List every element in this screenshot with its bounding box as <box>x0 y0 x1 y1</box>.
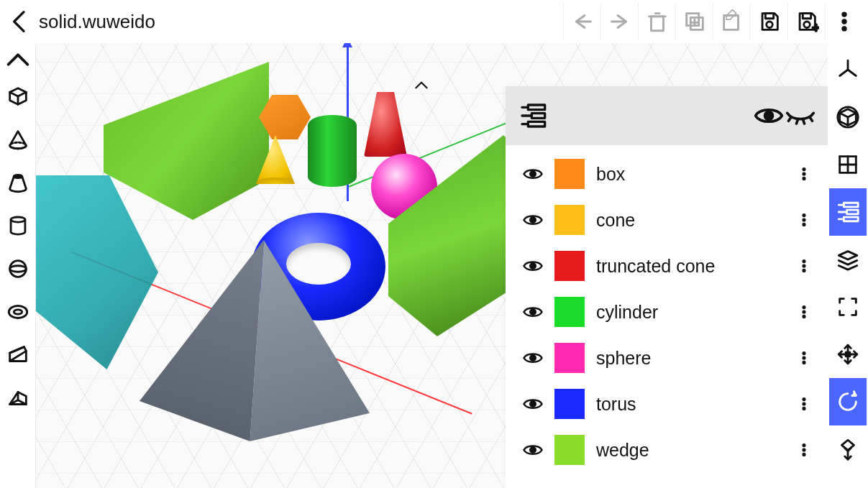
layer-row[interactable]: sphere <box>506 335 828 381</box>
layer-label: truncated cone <box>596 256 793 277</box>
svg-line-35 <box>803 120 805 124</box>
layer-row[interactable]: torus <box>506 381 828 427</box>
svg-rect-10 <box>765 14 773 19</box>
svg-point-25 <box>14 310 22 314</box>
svg-point-55 <box>803 356 805 359</box>
overflow-menu-button[interactable] <box>825 3 862 40</box>
prism-tool[interactable] <box>1 377 35 420</box>
svg-point-61 <box>530 447 536 453</box>
svg-point-57 <box>530 401 536 407</box>
axes-tool[interactable] <box>829 46 867 93</box>
layer-more-button[interactable] <box>793 166 815 182</box>
layer-visibility-toggle[interactable] <box>518 393 547 415</box>
truncated-cone-tool[interactable] <box>1 161 35 204</box>
rotate-tool[interactable] <box>829 378 867 425</box>
svg-rect-5 <box>690 17 703 29</box>
svg-point-63 <box>803 448 805 451</box>
layer-more-button[interactable] <box>793 212 815 228</box>
layer-label: cone <box>596 210 793 231</box>
hide-all-button[interactable] <box>785 100 816 132</box>
cube-tool[interactable] <box>1 75 35 118</box>
layer-row[interactable]: box <box>506 151 828 197</box>
svg-point-62 <box>803 444 805 446</box>
svg-point-19 <box>9 142 26 149</box>
pyramid-shape[interactable] <box>140 240 370 441</box>
delete-button[interactable] <box>638 3 675 40</box>
truncated-cone-shape[interactable] <box>364 92 407 157</box>
svg-point-37 <box>530 171 536 177</box>
svg-line-36 <box>810 117 813 121</box>
layer-visibility-toggle[interactable] <box>518 439 547 461</box>
layer-color-swatch <box>554 159 585 189</box>
svg-point-32 <box>765 112 773 120</box>
save-button[interactable] <box>750 3 787 40</box>
layer-color-swatch <box>554 435 585 465</box>
grid-tool[interactable] <box>829 141 867 188</box>
layer-color-swatch <box>554 343 585 373</box>
layer-label: sphere <box>596 348 793 369</box>
undo-button[interactable] <box>563 3 600 40</box>
svg-point-58 <box>803 398 805 400</box>
save-as-button[interactable] <box>787 3 825 40</box>
layer-row[interactable]: wedge <box>506 427 828 473</box>
svg-point-64 <box>803 454 805 456</box>
edit-button[interactable] <box>713 3 750 40</box>
svg-point-59 <box>803 402 805 405</box>
svg-point-38 <box>803 168 805 170</box>
cylinder-shape[interactable] <box>308 115 357 187</box>
left-toolbar <box>0 43 36 488</box>
wedge-tool[interactable] <box>1 333 35 377</box>
layer-more-button[interactable] <box>793 304 815 320</box>
svg-line-33 <box>789 117 792 121</box>
layer-row[interactable]: cylinder <box>506 289 828 335</box>
svg-point-42 <box>803 214 805 216</box>
svg-point-46 <box>803 260 805 262</box>
layer-more-button[interactable] <box>793 350 815 366</box>
layer-row[interactable]: cone <box>506 197 828 243</box>
redo-button[interactable] <box>600 3 638 40</box>
torus-tool[interactable] <box>1 290 35 333</box>
svg-point-13 <box>803 22 810 28</box>
layer-more-button[interactable] <box>793 442 815 458</box>
stack-tool[interactable] <box>829 236 867 283</box>
svg-point-56 <box>803 362 805 364</box>
svg-point-41 <box>530 217 536 223</box>
svg-line-66 <box>840 70 848 76</box>
layer-visibility-toggle[interactable] <box>518 163 547 185</box>
show-all-button[interactable] <box>753 100 785 132</box>
svg-rect-31 <box>528 121 544 126</box>
collapse-left-toolbar-button[interactable] <box>1 46 35 75</box>
layer-label: box <box>596 164 793 185</box>
layers-panel-header <box>506 86 828 145</box>
layer-visibility-toggle[interactable] <box>518 209 547 231</box>
view-cube-tool[interactable] <box>829 93 867 141</box>
layer-color-swatch <box>554 205 585 235</box>
svg-rect-76 <box>844 203 858 207</box>
fullscreen-tool[interactable] <box>829 283 867 331</box>
cone-tool[interactable] <box>1 118 35 161</box>
copy-button[interactable] <box>675 3 713 40</box>
svg-point-16 <box>842 13 846 17</box>
sphere-tool[interactable] <box>1 247 35 290</box>
svg-line-67 <box>848 70 856 76</box>
svg-line-34 <box>797 120 798 124</box>
svg-point-39 <box>803 172 805 175</box>
layer-row[interactable]: truncated cone <box>506 243 828 289</box>
layers-panel-icon <box>517 100 549 132</box>
extrude-tool[interactable] <box>829 425 867 473</box>
back-button[interactable] <box>6 7 35 36</box>
layers-tool[interactable] <box>829 188 867 236</box>
layer-visibility-toggle[interactable] <box>518 347 547 369</box>
layer-visibility-toggle[interactable] <box>518 301 547 323</box>
layer-more-button[interactable] <box>793 396 815 412</box>
layer-visibility-toggle[interactable] <box>518 255 547 277</box>
svg-point-44 <box>803 224 805 226</box>
cylinder-tool[interactable] <box>1 204 35 247</box>
layer-more-button[interactable] <box>793 258 815 274</box>
layer-color-swatch <box>554 297 585 327</box>
wedge-green-shape[interactable] <box>104 62 269 220</box>
collapse-panel-button[interactable] <box>407 75 436 96</box>
svg-rect-6 <box>686 14 698 26</box>
layers-list: box cone truncated cone cylinder sphere … <box>506 145 828 488</box>
move-tool[interactable] <box>829 331 867 378</box>
